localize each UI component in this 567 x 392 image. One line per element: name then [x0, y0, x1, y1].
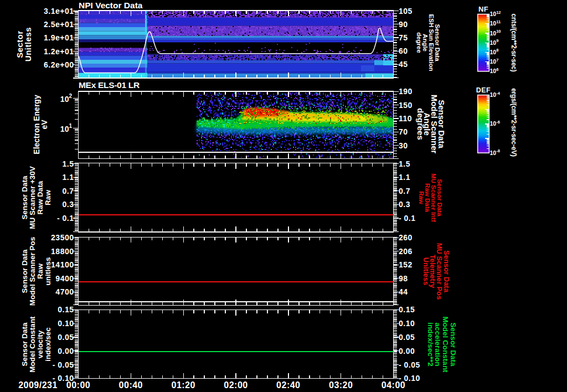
- svg-text:Sensor DataModel Constantaccel: Sensor DataModel Constantaccelerationind…: [426, 316, 457, 373]
- svg-text:60: 60: [399, 47, 408, 55]
- svg-text:- 0.1: - 0.1: [57, 214, 74, 223]
- svg-text:98: 98: [399, 274, 408, 283]
- svg-text:04:00: 04:00: [382, 380, 405, 390]
- svg-text:18800: 18800: [51, 247, 74, 256]
- svg-text:152: 152: [399, 260, 413, 269]
- svg-text:1.9e+01: 1.9e+01: [44, 33, 74, 42]
- svg-text:cnts/(cm**2-sr-sec): cnts/(cm**2-sr-sec): [510, 14, 518, 72]
- svg-text:30: 30: [399, 141, 408, 150]
- svg-text:0.3: 0.3: [63, 200, 74, 209]
- svg-text:- 0.05: - 0.05: [399, 360, 420, 369]
- svg-text:0.3: 0.3: [399, 200, 410, 209]
- svg-text:23500: 23500: [51, 233, 74, 242]
- svg-text:44: 44: [399, 287, 408, 296]
- svg-text:2009/231: 2009/231: [18, 380, 58, 390]
- svg-text:14100: 14100: [51, 260, 74, 269]
- svg-text:0.00: 0.00: [58, 347, 74, 355]
- svg-text:02:40: 02:40: [276, 380, 300, 390]
- svg-text:1.1: 1.1: [399, 173, 410, 182]
- svg-text:1.5: 1.5: [63, 159, 74, 168]
- svg-text:- 0.1: - 0.1: [399, 214, 416, 223]
- svg-text:ergs/(cm**2-sr-sec-eV): ergs/(cm**2-sr-sec-eV): [510, 88, 518, 157]
- svg-text:1.1: 1.1: [63, 173, 74, 182]
- svg-text:1.2e+01: 1.2e+01: [44, 47, 74, 56]
- svg-text:70: 70: [399, 127, 408, 136]
- svg-text:260: 260: [399, 233, 413, 242]
- svg-text:0.05: 0.05: [58, 333, 74, 342]
- svg-text:0.15: 0.15: [58, 305, 74, 314]
- svg-text:0.05: 0.05: [399, 333, 415, 342]
- svg-text:90: 90: [399, 20, 408, 29]
- svg-text:190: 190: [399, 87, 413, 96]
- svg-text:- 0.05: - 0.05: [53, 360, 74, 369]
- svg-text:0.7: 0.7: [63, 187, 74, 195]
- svg-text:00:40: 00:40: [119, 380, 143, 390]
- svg-text:110: 110: [399, 114, 412, 123]
- svg-text:0.15: 0.15: [399, 305, 415, 314]
- svg-text:DEF: DEF: [476, 86, 491, 94]
- svg-text:9400: 9400: [55, 274, 74, 283]
- svg-text:MEx ELS-01 LR: MEx ELS-01 LR: [79, 80, 140, 90]
- svg-text:02:00: 02:00: [224, 380, 248, 390]
- svg-text:1.5: 1.5: [399, 159, 410, 168]
- svg-text:3.1e+01: 3.1e+01: [44, 7, 74, 16]
- svg-text:45: 45: [399, 60, 408, 69]
- svg-text:75: 75: [399, 33, 408, 42]
- svg-text:0.10: 0.10: [399, 319, 415, 328]
- svg-text:105: 105: [399, 7, 413, 16]
- svg-text:2.5e+01: 2.5e+01: [44, 20, 74, 29]
- svg-text:0.7: 0.7: [399, 187, 410, 195]
- svg-text:150: 150: [399, 101, 413, 110]
- svg-text:00:00: 00:00: [66, 380, 90, 390]
- svg-text:0.00: 0.00: [399, 347, 415, 355]
- svg-text:NF: NF: [478, 5, 488, 13]
- svg-text:4700: 4700: [55, 287, 74, 296]
- svg-text:6.2e+00: 6.2e+00: [44, 60, 74, 69]
- svg-text:NPI Vector Data: NPI Vector Data: [79, 1, 143, 10]
- svg-text:206: 206: [399, 247, 413, 256]
- svg-text:SectorUnitless: SectorUnitless: [15, 27, 32, 61]
- svg-text:0.10: 0.10: [58, 319, 74, 328]
- svg-text:03:20: 03:20: [329, 380, 353, 390]
- svg-text:01:20: 01:20: [171, 380, 195, 390]
